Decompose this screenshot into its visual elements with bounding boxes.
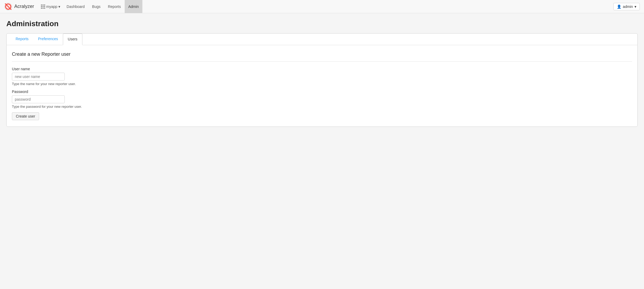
user-menu-button[interactable]: 👤 admin ▾ bbox=[613, 3, 640, 10]
nav-app-name: myapp bbox=[46, 0, 57, 13]
nav-link-admin[interactable]: Admin bbox=[125, 0, 143, 13]
nav-item-bugs[interactable]: Bugs bbox=[88, 0, 104, 13]
brand-logo[interactable]: Acralyzer bbox=[4, 3, 34, 11]
nav-link-reports[interactable]: Reports bbox=[104, 0, 124, 13]
main-content: Administration Reports Preferences Users… bbox=[0, 13, 644, 289]
username-field-group: User name Type the name for your new rep… bbox=[12, 67, 632, 86]
nav-item-reports[interactable]: Reports bbox=[104, 0, 124, 13]
nav-app-dropdown-icon: ▾ bbox=[58, 0, 60, 13]
tab-users[interactable]: Users bbox=[63, 34, 83, 45]
brand-name: Acralyzer bbox=[14, 4, 34, 9]
password-help-text: Type the password for your new reporter … bbox=[12, 105, 632, 109]
username-input[interactable] bbox=[12, 73, 65, 81]
username-help-text: Type the name for your new reporter user… bbox=[12, 82, 632, 86]
username-label: User name bbox=[12, 67, 632, 71]
tab-bar: Reports Preferences Users bbox=[7, 34, 637, 45]
password-field-group: Password Type the password for your new … bbox=[12, 90, 632, 109]
password-input[interactable] bbox=[12, 95, 65, 103]
nav-link-dashboard[interactable]: Dashboard bbox=[63, 0, 88, 13]
tab-reports[interactable]: Reports bbox=[11, 34, 33, 45]
nav-item-myapp[interactable]: myapp ▾ bbox=[38, 0, 63, 13]
tab-preferences[interactable]: Preferences bbox=[33, 34, 63, 45]
admin-card: Reports Preferences Users Create a new R… bbox=[6, 33, 638, 127]
nav-item-dashboard[interactable]: Dashboard bbox=[63, 0, 88, 13]
page-title: Administration bbox=[6, 20, 638, 28]
user-menu[interactable]: 👤 admin ▾ bbox=[613, 3, 640, 10]
user-dropdown-icon: ▾ bbox=[634, 4, 636, 9]
navbar: Acralyzer myapp ▾ Dashboard Bugs Reports… bbox=[0, 0, 644, 13]
password-label: Password bbox=[12, 90, 632, 94]
tab-content-users: Create a new Reporter user User name Typ… bbox=[7, 45, 637, 127]
main-nav: myapp ▾ Dashboard Bugs Reports Admin bbox=[38, 0, 613, 13]
section-divider bbox=[12, 61, 632, 62]
nav-item-admin[interactable]: Admin bbox=[125, 0, 143, 13]
nav-link-bugs[interactable]: Bugs bbox=[88, 0, 104, 13]
acralyzer-logo-icon bbox=[4, 3, 12, 11]
grid-icon bbox=[41, 4, 45, 9]
create-user-button[interactable]: Create user bbox=[12, 112, 39, 120]
user-name-label: admin bbox=[623, 4, 633, 9]
user-icon: 👤 bbox=[617, 4, 621, 9]
section-title: Create a new Reporter user bbox=[12, 52, 632, 57]
